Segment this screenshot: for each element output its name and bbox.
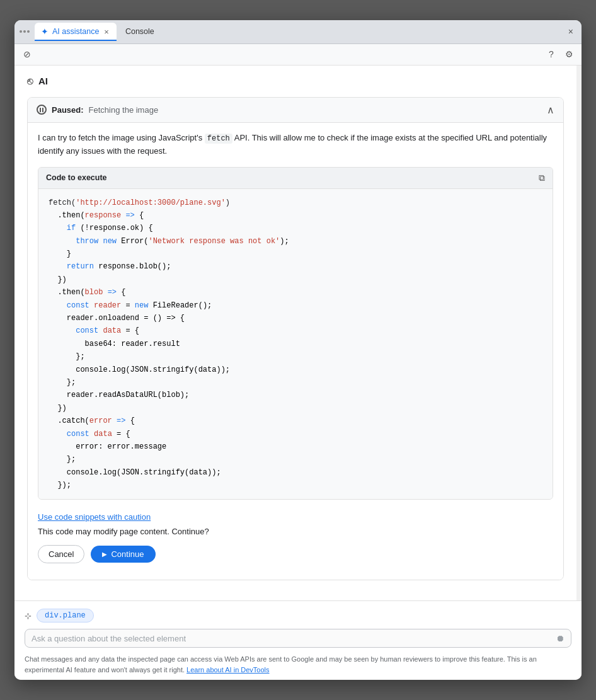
disclaimer-link[interactable]: Learn about AI in DevTools [186, 666, 269, 674]
settings-icon[interactable]: ⚙ [563, 48, 575, 60]
dot1 [20, 30, 22, 33]
code-content: fetch('http://localhost:3000/plane.svg')… [38, 189, 553, 500]
tab-console[interactable]: Console [119, 23, 161, 40]
pause-bar-2 [42, 108, 43, 112]
warning-text: This code may modify page content. Conti… [38, 527, 553, 536]
cancel-button[interactable]: Cancel [38, 545, 84, 563]
bottom-section: ⊹ div.plane ⏺ Chat messages and any data… [14, 600, 582, 680]
block-symbol: ⊘ [23, 49, 31, 59]
block-icon[interactable]: ⊘ [21, 48, 33, 60]
selected-element: ⊹ div.plane [25, 609, 571, 623]
tab-ai-label: AI assistance [52, 27, 99, 36]
ai-panel-icon: ⎋ [27, 76, 33, 87]
element-selector-icon: ⊹ [25, 611, 32, 621]
message-header-left: Paused: Fetching the image [37, 105, 158, 115]
code-block-header: Code to execute ⧉ [38, 168, 553, 189]
tab-bar-close-btn[interactable]: × [565, 25, 576, 38]
ask-input[interactable] [32, 634, 556, 643]
pause-bar-1 [40, 108, 41, 112]
message-body: I can try to fetch the image using JavaS… [28, 123, 563, 580]
help-icon[interactable]: ? [545, 48, 558, 60]
settings-symbol: ⚙ [565, 49, 573, 59]
msg-part1: I can try to fetch the image using JavaS… [38, 133, 202, 142]
code-block-container: Code to execute ⧉ fetch('http://localhos… [38, 167, 553, 500]
pause-bars [40, 108, 43, 112]
ask-input-row: ⏺ [25, 629, 571, 648]
message-block: Paused: Fetching the image ∧ I can try t… [27, 97, 564, 581]
ai-panel-title: AI [38, 76, 48, 86]
button-row: Cancel ▶ Continue [38, 545, 553, 563]
copy-button[interactable]: ⧉ [539, 173, 545, 183]
continue-button[interactable]: ▶ Continue [91, 546, 155, 563]
code-block-title: Code to execute [46, 173, 107, 182]
message-header: Paused: Fetching the image ∧ [28, 98, 563, 123]
devtools-window: ✦ AI assistance × Console × ⊘ ? ⚙ ⎋ AI [14, 20, 582, 680]
mic-icon[interactable]: ⏺ [556, 633, 564, 643]
tab-ai-close[interactable]: × [103, 26, 110, 37]
pause-icon [37, 105, 47, 115]
dot3 [27, 30, 30, 33]
paused-subtitle: Fetching the image [89, 105, 159, 115]
main-content: ⎋ AI Paused: Fetching the image [14, 66, 582, 601]
panel-content: ⎋ AI Paused: Fetching the image [14, 66, 576, 601]
message-text: I can try to fetch the image using JavaS… [38, 132, 553, 158]
warning-section: Use code snippets with caution This code… [38, 510, 553, 571]
tab-ai-assistance[interactable]: ✦ AI assistance × [35, 23, 117, 41]
paused-label: Paused: [52, 105, 84, 115]
continue-label: Continue [111, 549, 144, 559]
element-chip: div.plane [37, 609, 94, 623]
disclaimer-text: Chat messages and any data the inspected… [25, 655, 537, 674]
tab-console-label: Console [125, 27, 154, 36]
tab-dots [20, 30, 30, 33]
fetch-inline-code: fetch [205, 134, 232, 144]
collapse-button[interactable]: ∧ [547, 104, 554, 116]
play-icon: ▶ [102, 551, 107, 558]
warning-link[interactable]: Use code snippets with caution [38, 512, 553, 522]
dot2 [23, 30, 26, 33]
ai-spark-icon: ✦ [41, 26, 49, 37]
tab-bar: ✦ AI assistance × Console × [14, 20, 582, 44]
toolbar: ⊘ ? ⚙ [14, 44, 582, 66]
scrollbar-track[interactable] [576, 66, 582, 601]
help-symbol: ? [549, 49, 554, 59]
disclaimer: Chat messages and any data the inspected… [25, 654, 571, 675]
ai-header: ⎋ AI [27, 76, 564, 87]
